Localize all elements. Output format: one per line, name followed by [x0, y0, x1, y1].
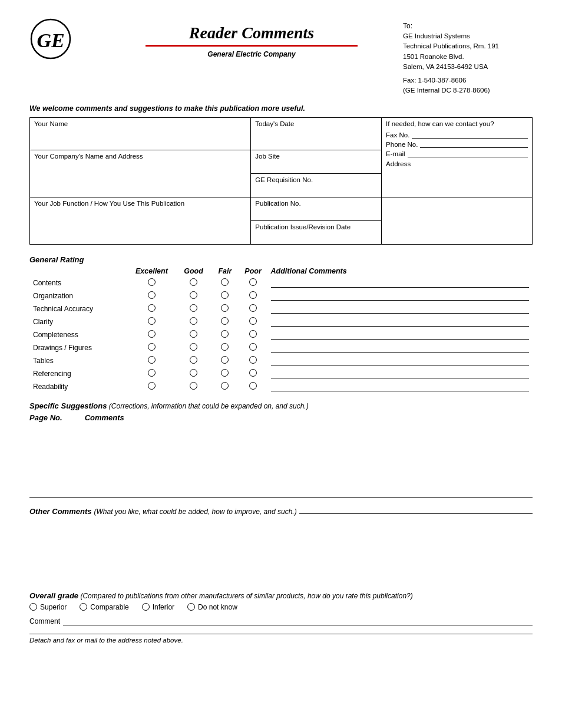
other-comments-label: Other Comments	[29, 507, 91, 516]
rating-circle-good[interactable]	[176, 380, 211, 393]
grade-option-label: Do not know	[198, 603, 237, 611]
specific-title: Specific Suggestions (Corrections, infor…	[29, 401, 533, 410]
other-comments-space	[29, 526, 533, 591]
rating-circle-fair[interactable]	[211, 328, 239, 341]
fax-line: Fax No.	[386, 131, 528, 139]
rating-col-poor: Poor	[239, 266, 267, 276]
pub-issue-label: Publication Issue/Revision Date	[255, 223, 351, 230]
rating-comment-cell	[267, 380, 533, 393]
rating-circle-fair[interactable]	[211, 315, 239, 328]
rating-circle-excellent[interactable]	[127, 289, 176, 302]
page-comments-header: Page No. Comments	[29, 413, 533, 422]
overall-grade-label: Overall grade	[29, 591, 78, 600]
title-area: Reader Comments General Electric Company	[100, 18, 403, 58]
rating-circle-excellent[interactable]	[127, 302, 176, 315]
rating-circle-good[interactable]	[176, 328, 211, 341]
rating-circle-poor[interactable]	[239, 341, 267, 354]
comment-grade-line: Comment	[29, 617, 533, 625]
rating-row-label: Tables	[29, 354, 127, 367]
rating-comment-cell	[267, 328, 533, 341]
todays-date-cell: Today's Date	[251, 117, 382, 150]
rating-circle-good[interactable]	[176, 302, 211, 315]
rating-circle-good[interactable]	[176, 341, 211, 354]
rating-circle-fair[interactable]	[211, 354, 239, 367]
rating-circle-good[interactable]	[176, 315, 211, 328]
welcome-text: We welcome comments and suggestions to m…	[29, 104, 533, 113]
rating-col-excellent: Excellent	[127, 266, 176, 276]
rating-circle-poor[interactable]	[239, 354, 267, 367]
rating-circle-excellent[interactable]	[127, 341, 176, 354]
your-name-cell: Your Name	[30, 117, 251, 150]
address-label: Address	[386, 160, 528, 167]
contact-header: If needed, how can we contact you?	[386, 120, 528, 127]
phone-no-label: Phone No.	[386, 141, 418, 148]
your-name-label: Your Name	[34, 120, 68, 127]
rating-circle-excellent[interactable]	[127, 315, 176, 328]
job-function-label: Your Job Function / How You Use This Pub…	[34, 200, 184, 207]
grade-option-label: Inferior	[153, 603, 174, 611]
fax-no-label: Fax No.	[386, 131, 409, 139]
rating-circle-good[interactable]	[176, 276, 211, 289]
ge-req-label: GE Requisition No.	[255, 176, 313, 183]
rating-circle-fair[interactable]	[211, 276, 239, 289]
company-name-cell: Your Company's Name and Address	[30, 150, 251, 197]
address-line4: Salem, VA 24153-6492 USA	[403, 62, 533, 72]
rating-comment-cell	[267, 315, 533, 328]
rating-circle-poor[interactable]	[239, 380, 267, 393]
grade-option[interactable]: Comparable	[80, 603, 128, 611]
rating-circle-fair[interactable]	[211, 302, 239, 315]
svg-text:GE: GE	[37, 29, 64, 51]
rating-circle-excellent[interactable]	[127, 276, 176, 289]
rating-col-good: Good	[176, 266, 211, 276]
rating-circle-good[interactable]	[176, 354, 211, 367]
rating-circle-excellent[interactable]	[127, 328, 176, 341]
rating-row-label: Referencing	[29, 367, 127, 380]
rating-circle-good[interactable]	[176, 367, 211, 380]
page-title: Reader Comments	[100, 24, 403, 42]
rating-circle-excellent[interactable]	[127, 354, 176, 367]
page-no-col-label: Page No.	[29, 413, 82, 422]
rating-row-label: Drawings / Figures	[29, 341, 127, 354]
rating-comment-cell	[267, 289, 533, 302]
address-area: To: GE Industrial Systems Technical Publ…	[403, 18, 533, 96]
rating-circle-poor[interactable]	[239, 276, 267, 289]
footer-text: Detach and fax or mail to the address no…	[29, 637, 183, 644]
rating-circle-fair[interactable]	[211, 367, 239, 380]
fax-underline	[412, 131, 528, 139]
rating-col-label	[29, 266, 127, 276]
rating-circle-fair[interactable]	[211, 380, 239, 393]
grade-options: SuperiorComparableInferiorDo not know	[29, 603, 533, 611]
rating-circle-poor[interactable]	[239, 367, 267, 380]
job-function-cell: Your Job Function / How You Use This Pub…	[30, 197, 251, 244]
grade-option[interactable]: Inferior	[142, 603, 174, 611]
grade-option[interactable]: Superior	[29, 603, 67, 611]
rating-circle-poor[interactable]	[239, 315, 267, 328]
rating-section-title: General Rating	[29, 255, 533, 264]
address-fill-cell	[382, 197, 533, 244]
rating-row: Readability	[29, 380, 533, 393]
rating-row: Clarity	[29, 315, 533, 328]
rating-comment-cell	[267, 302, 533, 315]
form-row-1: Your Name Today's Date If needed, how ca…	[30, 117, 533, 150]
rating-circle-excellent[interactable]	[127, 367, 176, 380]
rating-circle-poor[interactable]	[239, 328, 267, 341]
rating-circle-poor[interactable]	[239, 289, 267, 302]
to-label: To:	[403, 21, 533, 31]
rating-circle-fair[interactable]	[211, 289, 239, 302]
address-line2: Technical Publications, Rm. 191	[403, 41, 533, 51]
address-line3: 1501 Roanoke Blvd.	[403, 52, 533, 62]
rating-circle-fair[interactable]	[211, 341, 239, 354]
grade-option[interactable]: Do not know	[187, 603, 237, 611]
rating-row: Organization	[29, 289, 533, 302]
form-row-4: Your Job Function / How You Use This Pub…	[30, 197, 533, 220]
rating-header-row: Excellent Good Fair Poor Additional Comm…	[29, 266, 533, 276]
rating-circle-poor[interactable]	[239, 302, 267, 315]
fax-label: Fax: 1-540-387-8606	[403, 75, 533, 85]
grade-circle-icon	[80, 603, 87, 611]
rating-circle-good[interactable]	[176, 289, 211, 302]
specific-title-label: Specific Suggestions	[29, 401, 107, 410]
rating-row-label: Clarity	[29, 315, 127, 328]
grade-option-label: Superior	[40, 603, 67, 611]
rating-circle-excellent[interactable]	[127, 380, 176, 393]
phone-line: Phone No.	[386, 141, 528, 148]
